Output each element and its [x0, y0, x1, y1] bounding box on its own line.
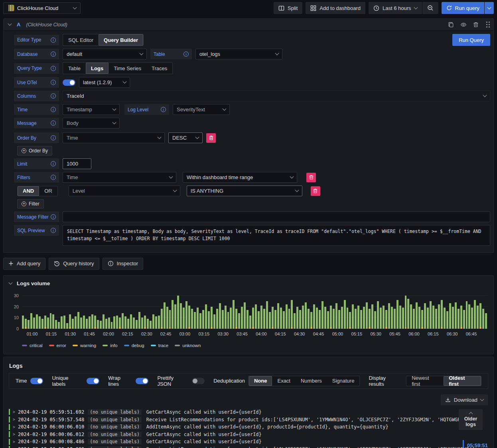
- add-query-button[interactable]: Add query: [3, 258, 45, 270]
- sql-editor-option[interactable]: SQL Editor: [63, 34, 99, 45]
- query-type-timeseries-option[interactable]: Time Series: [108, 63, 146, 74]
- remove-condition-button[interactable]: [311, 186, 320, 196]
- columns-multiselect[interactable]: TraceId: [63, 91, 490, 101]
- info-icon[interactable]: [51, 66, 56, 71]
- expand-chevron-icon[interactable]: >: [13, 432, 15, 436]
- legend-item-warning[interactable]: warning: [73, 343, 96, 348]
- volume-bar: [61, 316, 63, 328]
- remove-filter-button[interactable]: [306, 173, 316, 182]
- info-icon[interactable]: [51, 161, 56, 166]
- query-type-table-option[interactable]: Table: [63, 63, 86, 74]
- oldest-first-option[interactable]: Oldest first: [444, 376, 481, 386]
- legend-item-critical[interactable]: critical: [22, 343, 43, 348]
- query-history-button[interactable]: Query history: [49, 258, 99, 270]
- add-to-dashboard-button[interactable]: Add to dashboard: [306, 2, 365, 14]
- message-filter-input[interactable]: [63, 211, 490, 222]
- split-button[interactable]: Split: [274, 2, 302, 14]
- database-select[interactable]: default: [63, 49, 147, 59]
- info-icon[interactable]: [183, 51, 189, 57]
- duplicate-query-icon[interactable]: [448, 22, 454, 28]
- prettify-json-toggle[interactable]: [192, 378, 205, 384]
- info-icon[interactable]: [51, 175, 56, 180]
- expand-chevron-icon[interactable]: >: [13, 410, 15, 414]
- log-level-select[interactable]: SeverityText: [173, 104, 230, 115]
- dedup-none-option[interactable]: None: [249, 376, 272, 386]
- info-icon[interactable]: [51, 228, 56, 233]
- log-row[interactable]: >2024-02-19 06:00:06.012(no unique label…: [9, 430, 488, 438]
- filter-field-select[interactable]: Time: [63, 172, 176, 183]
- volume-bar: [244, 302, 246, 329]
- legend-item-trace[interactable]: trace: [151, 343, 169, 348]
- logs-volume-plot[interactable]: 010203001:0001:1501:3001:4502:0002:1502:…: [22, 294, 488, 329]
- run-query-button[interactable]: Run query: [442, 2, 485, 14]
- log-row[interactable]: >2024-02-19 06:00:18.663(no unique label…: [9, 446, 488, 448]
- older-logs-button[interactable]: Older logs: [459, 409, 483, 430]
- datasource-picker[interactable]: ClickHouse Cloud: [3, 2, 81, 14]
- legend-item-unknown[interactable]: unknown: [175, 343, 201, 348]
- query-type-traces-option[interactable]: Traces: [146, 63, 172, 74]
- info-icon[interactable]: [51, 51, 56, 57]
- unique-labels-toggle[interactable]: [87, 378, 99, 384]
- volume-bar: [89, 316, 91, 328]
- filter-operator-select[interactable]: Within dashboard time range: [183, 172, 297, 183]
- download-icon: [445, 397, 451, 403]
- order-by-direction-select[interactable]: DESC: [168, 132, 203, 143]
- volume-bar: [366, 302, 368, 329]
- query-builder-option[interactable]: Query Builder: [99, 34, 143, 45]
- run-query-dropdown-button[interactable]: [485, 2, 494, 14]
- limit-input[interactable]: 1000: [63, 158, 91, 169]
- time-range-picker[interactable]: Last 6 hours: [369, 2, 422, 14]
- dedup-exact-option[interactable]: Exact: [272, 376, 296, 386]
- wrap-lines-toggle[interactable]: [136, 378, 148, 384]
- expand-chevron-icon[interactable]: >: [13, 440, 15, 444]
- expand-chevron-icon[interactable]: >: [13, 425, 15, 429]
- logs-volume-header[interactable]: Logs volume: [4, 276, 493, 288]
- legend-item-debug[interactable]: debug: [124, 343, 144, 348]
- inspector-button[interactable]: Inspector: [103, 258, 143, 270]
- remove-query-trash-icon[interactable]: [473, 22, 479, 28]
- log-row[interactable]: >2024-02-19 05:59:57.548(no unique label…: [9, 416, 488, 423]
- condition-operator-select[interactable]: IS ANYTHING: [187, 186, 302, 196]
- legend-item-error[interactable]: error: [49, 343, 66, 348]
- order-by-field-value: Time: [67, 135, 78, 141]
- log-row[interactable]: >2024-02-19 05:59:51.692(no unique label…: [9, 409, 488, 416]
- download-button[interactable]: Download: [441, 395, 488, 405]
- order-by-field-select[interactable]: Time: [63, 132, 165, 143]
- drag-handle-icon[interactable]: [486, 24, 487, 25]
- log-row[interactable]: >2024-02-19 06:00:08.486(no unique label…: [9, 438, 488, 446]
- time-column-select[interactable]: Timestamp: [63, 104, 120, 115]
- info-icon[interactable]: [51, 214, 56, 219]
- info-icon[interactable]: [51, 120, 56, 126]
- or-option[interactable]: OR: [39, 186, 57, 196]
- editor-run-query-button[interactable]: Run Query: [452, 34, 490, 46]
- expand-chevron-icon[interactable]: >: [13, 417, 15, 422]
- collapse-chevron-icon[interactable]: [9, 280, 13, 284]
- dedup-numbers-option[interactable]: Numbers: [296, 376, 327, 386]
- newest-first-option[interactable]: Newest first: [406, 376, 444, 386]
- log-row[interactable]: >2024-02-19 06:00:06.010(no unique label…: [9, 423, 488, 431]
- use-otel-toggle[interactable]: [63, 79, 75, 86]
- legend-item-info[interactable]: info: [103, 343, 118, 348]
- time-toggle[interactable]: [30, 378, 43, 384]
- add-filter-button[interactable]: Filter: [17, 199, 44, 209]
- info-icon[interactable]: [51, 135, 56, 140]
- warning-segment: [252, 327, 254, 329]
- condition-field-select[interactable]: Level: [69, 186, 180, 196]
- otel-version-select[interactable]: latest (1.2.9): [79, 77, 130, 88]
- collapse-chevron-icon[interactable]: [8, 22, 12, 26]
- query-row-header[interactable]: A (ClickHouse Cloud): [4, 19, 493, 31]
- hide-response-eye-icon[interactable]: [460, 22, 467, 28]
- zoom-out-button[interactable]: [422, 2, 438, 14]
- info-icon[interactable]: [161, 107, 166, 112]
- info-icon[interactable]: [51, 107, 56, 112]
- dedup-signature-option[interactable]: Signature: [327, 376, 360, 386]
- info-icon[interactable]: [51, 80, 56, 85]
- message-column-select[interactable]: Body: [63, 118, 120, 128]
- add-order-by-button[interactable]: Order By: [17, 146, 52, 156]
- info-icon[interactable]: [51, 93, 56, 99]
- and-option[interactable]: AND: [18, 186, 39, 196]
- info-icon[interactable]: [51, 37, 56, 43]
- query-type-logs-option[interactable]: Logs: [86, 63, 108, 74]
- table-select[interactable]: otel_logs: [195, 49, 282, 59]
- remove-order-by-button[interactable]: [206, 133, 216, 143]
